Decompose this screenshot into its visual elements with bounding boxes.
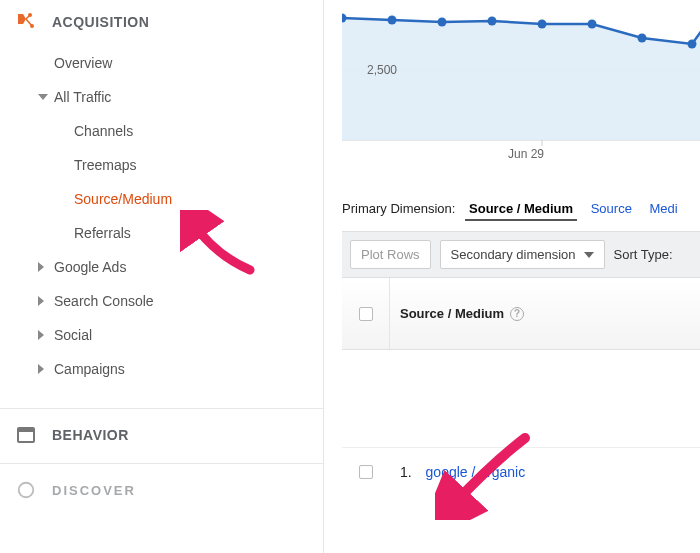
sidebar-item-channels[interactable]: Channels bbox=[0, 114, 323, 148]
table-header-label: Source / Medium bbox=[400, 306, 504, 321]
summary-row bbox=[342, 350, 700, 448]
svg-point-10 bbox=[388, 16, 397, 25]
row-link-google-organic[interactable]: google / organic bbox=[426, 464, 526, 480]
row-index: 1. bbox=[400, 464, 412, 480]
sidebar-item-label: All Traffic bbox=[54, 89, 111, 105]
sidebar-item-overview[interactable]: Overview bbox=[0, 46, 323, 80]
section-header-discover[interactable]: DISCOVER bbox=[0, 468, 323, 512]
sidebar-item-label: Source/Medium bbox=[74, 191, 172, 207]
checkbox-icon bbox=[359, 465, 373, 479]
discover-icon bbox=[14, 478, 38, 502]
sidebar: ACQUISITION Overview All Traffic Channel… bbox=[0, 0, 324, 553]
section-header-label: DISCOVER bbox=[52, 483, 136, 498]
sidebar-item-label: Google Ads bbox=[54, 259, 126, 275]
svg-point-14 bbox=[588, 20, 597, 29]
sidebar-item-campaigns[interactable]: Campaigns bbox=[0, 352, 323, 386]
select-label: Secondary dimension bbox=[451, 247, 576, 262]
caret-right-icon bbox=[38, 330, 44, 340]
sidebar-item-label: Social bbox=[54, 327, 92, 343]
svg-point-4 bbox=[19, 483, 34, 498]
table-row-checkbox[interactable] bbox=[342, 465, 390, 479]
chart-ytick: 2,500 bbox=[367, 63, 397, 77]
secondary-dimension-select[interactable]: Secondary dimension bbox=[440, 240, 605, 269]
section-header-behavior[interactable]: BEHAVIOR bbox=[0, 413, 323, 457]
primary-dimension-label: Primary Dimension: bbox=[342, 201, 455, 216]
sidebar-item-source-medium[interactable]: Source/Medium bbox=[0, 182, 323, 216]
section-header-label: ACQUISITION bbox=[52, 14, 149, 30]
table-row-cell: 1. google / organic bbox=[390, 464, 700, 480]
caret-down-icon bbox=[38, 94, 48, 100]
sidebar-item-google-ads[interactable]: Google Ads bbox=[0, 250, 323, 284]
sidebar-item-social[interactable]: Social bbox=[0, 318, 323, 352]
caret-right-icon bbox=[38, 262, 44, 272]
caret-right-icon bbox=[38, 296, 44, 306]
primary-dimension-bar: Primary Dimension: Source / Medium Sourc… bbox=[342, 198, 700, 221]
acquisition-items: Overview All Traffic Channels Treemaps S… bbox=[0, 44, 323, 402]
svg-point-12 bbox=[488, 17, 497, 26]
sidebar-item-search-console[interactable]: Search Console bbox=[0, 284, 323, 318]
tab-medium[interactable]: Medi bbox=[646, 198, 682, 219]
tab-source[interactable]: Source bbox=[587, 198, 636, 219]
sidebar-item-label: Search Console bbox=[54, 293, 154, 309]
sidebar-item-label: Overview bbox=[54, 55, 112, 71]
table-header-column[interactable]: Source / Medium ? bbox=[390, 278, 700, 349]
svg-point-13 bbox=[538, 20, 547, 29]
tab-source-medium[interactable]: Source / Medium bbox=[465, 198, 577, 221]
table-header: Source / Medium ? bbox=[342, 278, 700, 350]
sidebar-item-referrals[interactable]: Referrals bbox=[0, 216, 323, 250]
table-row[interactable]: 1. google / organic bbox=[342, 448, 700, 496]
table-toolbar: Plot Rows Secondary dimension Sort Type: bbox=[342, 231, 700, 278]
sort-type-label: Sort Type: bbox=[614, 247, 673, 262]
sidebar-item-all-traffic[interactable]: All Traffic bbox=[0, 80, 323, 114]
help-icon[interactable]: ? bbox=[510, 307, 524, 321]
svg-rect-3 bbox=[18, 428, 34, 432]
chevron-down-icon bbox=[584, 252, 594, 258]
divider bbox=[0, 408, 323, 409]
sidebar-item-treemaps[interactable]: Treemaps bbox=[0, 148, 323, 182]
checkbox-icon bbox=[359, 307, 373, 321]
sidebar-item-label: Referrals bbox=[74, 225, 131, 241]
divider bbox=[0, 463, 323, 464]
sidebar-item-label: Channels bbox=[74, 123, 133, 139]
section-header-acquisition[interactable]: ACQUISITION bbox=[0, 0, 323, 44]
svg-point-15 bbox=[638, 34, 647, 43]
acquisition-icon bbox=[14, 10, 38, 34]
svg-point-16 bbox=[688, 40, 697, 49]
plot-rows-button[interactable]: Plot Rows bbox=[350, 240, 431, 269]
sessions-chart: 2,500 Jun 29 bbox=[342, 0, 700, 170]
svg-point-11 bbox=[438, 18, 447, 27]
main-content: 2,500 Jun 29 Primary Dimension: Source /… bbox=[324, 0, 700, 553]
table-header-checkbox[interactable] bbox=[342, 278, 390, 349]
sidebar-item-label: Treemaps bbox=[74, 157, 137, 173]
section-header-label: BEHAVIOR bbox=[52, 427, 129, 443]
sidebar-item-label: Campaigns bbox=[54, 361, 125, 377]
caret-right-icon bbox=[38, 364, 44, 374]
section-acquisition: ACQUISITION Overview All Traffic Channel… bbox=[0, 0, 323, 402]
chart-xtick: Jun 29 bbox=[508, 147, 544, 161]
behavior-icon bbox=[14, 423, 38, 447]
